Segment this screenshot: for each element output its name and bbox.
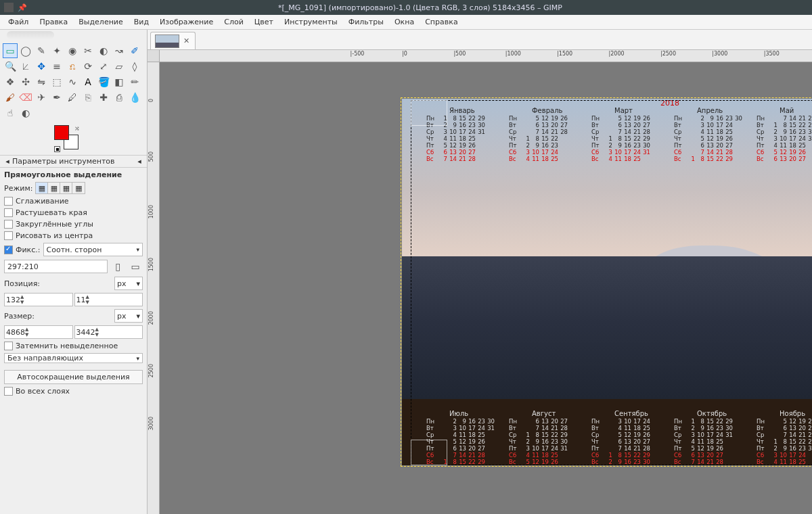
warp-tool[interactable]: ∿ [65,74,80,89]
menu-filters[interactable]: Фильтры [343,16,389,28]
ruler-vertical[interactable]: 050010001500200025003000 [148,62,160,514]
mode-intersect-icon[interactable]: ▦ [72,183,85,193]
blur-sharpen-tool[interactable]: 💧 [127,90,142,105]
flip-tool[interactable]: ⇋ [34,74,49,89]
pin-icon[interactable]: 📌 [18,3,27,12]
left-panel: ▭◯✎✦◉✂◐↝✐🔍⟀✥≡⎌⟳⤢▱◊❖✣⇋⬚∿A🪣◧✏🖌⌫✈✒🖊⎘✚⎙💧☝◐ ⤭… [0,30,148,514]
heal-tool[interactable]: ✚ [96,90,111,105]
from-center-checkbox[interactable] [4,231,13,240]
position-y-input[interactable]: 11▲▼ [74,293,143,306]
perspective-tool[interactable]: ◊ [127,59,142,74]
foreground-select-tool[interactable]: ◐ [96,43,111,58]
dodge-burn-tool[interactable]: ◐ [18,106,33,120]
bucket-fill-tool[interactable]: 🪣 [96,74,111,89]
size-unit-select[interactable]: px▾ [114,309,143,323]
image-tab[interactable]: ✕ [150,32,196,49]
close-tab-icon[interactable]: ✕ [182,37,191,45]
selection-handle[interactable] [411,440,447,465]
menu-colors[interactable]: Цвет [249,16,279,28]
perspective-clone-tool[interactable]: ⎙ [112,90,127,105]
color-picker-tool[interactable]: ✐ [127,43,142,58]
antialias-checkbox[interactable] [4,197,13,206]
ratio-portrait-icon[interactable]: ▯ [110,259,125,274]
menu-tools[interactable]: Инструменты [279,16,343,28]
ratio-landscape-icon[interactable]: ▭ [128,259,143,274]
crop-tool[interactable]: ⎌ [65,59,80,74]
feather-checkbox[interactable] [4,208,13,217]
toolbox: ▭◯✎✦◉✂◐↝✐🔍⟀✥≡⎌⟳⤢▱◊❖✣⇋⬚∿A🪣◧✏🖌⌫✈✒🖊⎘✚⎙💧☝◐ [0,41,147,122]
default-colors-icon[interactable] [54,146,60,152]
text-tool[interactable]: A [81,74,95,89]
selection-marquee[interactable] [411,100,812,465]
fixed-checkbox[interactable] [4,246,13,254]
ellipse-select-tool[interactable]: ◯ [18,43,33,58]
menu-select[interactable]: Выделение [73,16,129,28]
canvas[interactable]: 2018ЯнварьПнВтСрЧтПтСбВс1815222929162330… [160,62,812,514]
pencil-tool[interactable]: ✏ [127,74,142,89]
rotate-tool[interactable]: ⟳ [81,59,95,74]
clone-tool[interactable]: ⎘ [81,90,95,105]
swap-colors-icon[interactable]: ⤭ [74,125,80,132]
tab-thumbnail [155,34,179,48]
mypaint-brush-tool[interactable]: 🖊 [65,90,80,105]
fg-bg-colors[interactable]: ⤭ [54,125,81,152]
darken-checkbox[interactable] [4,342,13,350]
mode-replace-icon[interactable]: ▦ [36,183,48,193]
menu-image[interactable]: Изображение [154,16,219,28]
detach-tab-icon[interactable]: ◂ [135,157,144,166]
size-h-input[interactable]: 3442▲▼ [74,325,143,339]
align-tool[interactable]: ≡ [49,59,64,74]
rect-select-tool[interactable]: ▭ [3,43,18,58]
fixed-ratio-input[interactable]: 297:210 [4,260,108,273]
fixed-label: Фикс.: [16,246,41,254]
menu-view[interactable]: Вид [129,16,154,28]
eraser-tool[interactable]: ⌫ [18,90,33,105]
autoshrink-button[interactable]: Автосокращение выделения [4,370,143,384]
cage-tool[interactable]: ⬚ [49,74,64,89]
fixed-type-select[interactable]: Соотн. сторон▾ [43,243,143,256]
unified-transform-tool[interactable]: ❖ [3,74,18,89]
menu-help[interactable]: Справка [420,16,463,28]
selection-handle[interactable] [411,100,447,126]
tool-options-panel: Прямоугольное выделение Режим: ▦ ▦ ▦ ▦ С… [0,168,147,398]
by-color-select-tool[interactable]: ◉ [65,43,80,58]
paths-tool[interactable]: ↝ [112,43,127,58]
handle-transform-tool[interactable]: ✣ [18,74,33,89]
menu-layer[interactable]: Слой [219,16,249,28]
position-x-input[interactable]: 132▲▼ [4,293,73,306]
selection-mode-buttons: ▦ ▦ ▦ ▦ [35,182,85,194]
fg-color-swatch[interactable] [54,125,69,140]
menu-file[interactable]: Файл [3,16,34,28]
menu-bar: Файл Правка Выделение Вид Изображение Сл… [0,15,812,30]
window-title: *[_MG_1091] (импортировано)-1.0 (Цвета R… [32,3,808,12]
airbrush-tool[interactable]: ✈ [34,90,49,105]
menu-windows[interactable]: Окна [389,16,420,28]
free-select-tool[interactable]: ✎ [34,43,49,58]
rounded-checkbox[interactable] [4,220,13,229]
zoom-tool[interactable]: 🔍 [3,59,18,74]
smudge-tool[interactable]: ☝ [3,106,18,120]
fuzzy-select-tool[interactable]: ✦ [49,43,64,58]
ink-tool[interactable]: ✒ [49,90,64,105]
size-w-input[interactable]: 4868▲▼ [4,325,73,339]
mode-add-icon[interactable]: ▦ [48,183,60,193]
mode-subtract-icon[interactable]: ▦ [60,183,72,193]
configure-tab-icon[interactable]: ◂ [3,157,12,166]
darken-label: Затемнить невыделенное [16,342,118,350]
mode-label: Режим: [4,184,32,193]
shear-tool[interactable]: ▱ [112,59,127,74]
paintbrush-tool[interactable]: 🖌 [3,90,18,105]
menu-edit[interactable]: Правка [34,16,73,28]
rounded-label: Закруглённые углы [16,220,93,229]
all-layers-checkbox[interactable] [4,387,13,396]
guides-select[interactable]: Без направляющих▾ [4,353,143,363]
position-unit-select[interactable]: px▾ [114,277,143,290]
window-titlebar: 📌 *[_MG_1091] (импортировано)-1.0 (Цвета… [0,0,812,15]
scale-tool[interactable]: ⤢ [96,59,111,74]
scissors-tool[interactable]: ✂ [81,43,95,58]
move-tool[interactable]: ✥ [34,59,49,74]
ruler-horizontal[interactable]: |-500|0|500|1000|1500|2000|2500|3000|350… [148,50,812,62]
ruler-corner[interactable] [148,50,160,62]
blend-tool[interactable]: ◧ [112,74,127,89]
measure-tool[interactable]: ⟀ [18,59,33,74]
